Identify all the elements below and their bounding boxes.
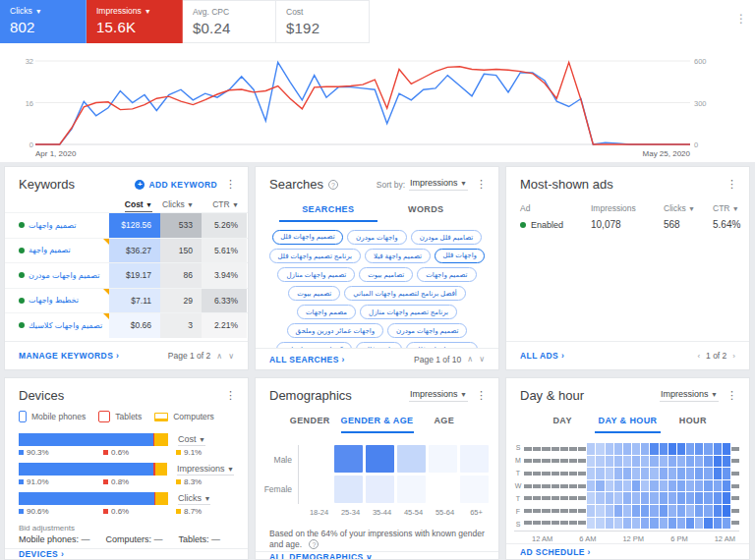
ads-sort-ctr[interactable]: CTR ▼ xyxy=(713,203,739,213)
keyword-clicks-cell[interactable]: 150 xyxy=(160,239,202,263)
hour-heat-cell[interactable] xyxy=(660,456,668,468)
keyword-cost-cell[interactable]: $19.17 xyxy=(109,263,160,288)
search-term-chip[interactable]: واجهات مودرن xyxy=(347,230,407,245)
hour-heat-cell[interactable] xyxy=(623,468,631,479)
keywords-sort-ctr[interactable]: CTR ▼ xyxy=(202,199,247,209)
search-term-chip[interactable]: تصميم واجهات منازل xyxy=(277,267,355,282)
hour-heat-cell[interactable] xyxy=(596,518,604,530)
hour-heat-cell[interactable] xyxy=(606,443,613,455)
keyword-ctr-cell[interactable]: 3.94% xyxy=(202,263,247,288)
hour-heat-cell[interactable] xyxy=(714,468,722,479)
demo-heat-cell[interactable] xyxy=(429,445,457,473)
help-icon[interactable]: ? xyxy=(328,180,338,190)
all-searches-link[interactable]: ALL SEARCHES › xyxy=(269,355,345,364)
demographics-sort-select[interactable]: Impressions ▼ xyxy=(409,389,468,402)
search-term-chip[interactable]: مصمم واجهات xyxy=(297,305,356,319)
hour-heat-cell[interactable] xyxy=(614,518,622,530)
keyword-cost-cell[interactable]: $0.66 xyxy=(109,313,160,338)
keyword-link[interactable]: تخطيط واجهات xyxy=(5,289,109,313)
hour-heat-cell[interactable] xyxy=(650,492,658,504)
device-stacked-bar[interactable] xyxy=(19,492,168,505)
hour-heat-cell[interactable] xyxy=(641,480,649,492)
hour-heat-cell[interactable] xyxy=(596,505,604,517)
search-term-chip[interactable]: تصميم واجهات مودرن xyxy=(387,323,467,338)
hour-heat-cell[interactable] xyxy=(686,443,694,455)
hour-heat-cell[interactable] xyxy=(695,468,703,479)
ads-page-prev-icon[interactable]: ‹ xyxy=(697,352,700,361)
hour-heat-cell[interactable] xyxy=(677,456,685,468)
hour-heat-cell[interactable] xyxy=(677,480,685,492)
hour-heat-cell[interactable] xyxy=(723,492,730,504)
hour-heat-cell[interactable] xyxy=(714,443,722,455)
hour-heat-cell[interactable] xyxy=(587,505,595,517)
hour-heat-cell[interactable] xyxy=(632,443,640,455)
demo-heat-cell[interactable] xyxy=(460,445,489,473)
search-term-chip[interactable]: تصاميم بيوت xyxy=(359,267,413,282)
impressions-metric-card[interactable]: Impressions▼ 15.6K xyxy=(87,0,183,43)
hour-heat-cell[interactable] xyxy=(596,443,604,455)
keyword-clicks-cell[interactable]: 29 xyxy=(160,289,202,313)
hour-heat-cell[interactable] xyxy=(641,505,649,517)
hour-heat-cell[interactable] xyxy=(650,505,658,517)
demo-heat-cell[interactable] xyxy=(334,445,363,473)
hour-heat-cell[interactable] xyxy=(714,480,722,492)
keyword-ctr-cell[interactable]: 5.26% xyxy=(202,213,247,238)
hour-heat-cell[interactable] xyxy=(660,505,668,517)
hour-heat-cell[interactable] xyxy=(606,480,613,492)
hour-heat-cell[interactable] xyxy=(614,492,622,504)
demo-heat-cell[interactable] xyxy=(460,476,489,503)
hour-heat-cell[interactable] xyxy=(614,456,622,468)
search-term-chip[interactable]: تصميم بيوت xyxy=(288,286,340,301)
keyword-link[interactable]: تصميم واجهات مودرن xyxy=(5,263,109,288)
keyword-clicks-cell[interactable]: 3 xyxy=(160,313,202,338)
hour-heat-cell[interactable] xyxy=(723,518,730,530)
all-demographics-link[interactable]: ALL DEMOGRAPHICS ∨ xyxy=(269,552,373,560)
hour-heat-cell[interactable] xyxy=(668,505,676,517)
help-icon[interactable]: ? xyxy=(309,539,319,549)
device-metric-select[interactable]: Clicks ▼ xyxy=(178,493,210,505)
hour-heat-cell[interactable] xyxy=(668,492,676,504)
hour-heat-cell[interactable] xyxy=(587,468,595,479)
hour-heat-cell[interactable] xyxy=(587,518,595,530)
tab-gender-age[interactable]: GENDER & AGE xyxy=(341,409,414,433)
hour-heat-cell[interactable] xyxy=(641,468,649,479)
hour-heat-cell[interactable] xyxy=(714,456,722,468)
hour-heat-cell[interactable] xyxy=(660,468,668,479)
hour-heat-cell[interactable] xyxy=(714,492,722,504)
hour-heat-cell[interactable] xyxy=(723,443,730,455)
keyword-link[interactable]: تصميم واجهة xyxy=(5,239,109,263)
search-term-chip[interactable]: تصاميم فلل مودرن xyxy=(411,230,483,245)
device-metric-select[interactable]: Impressions ▼ xyxy=(177,464,234,476)
searches-sort-select[interactable]: Impressions ▼ xyxy=(409,178,468,191)
all-ads-link[interactable]: ALL ADS › xyxy=(520,351,564,361)
hour-heat-cell[interactable] xyxy=(606,492,613,504)
hour-heat-cell[interactable] xyxy=(606,456,613,468)
hour-heat-cell[interactable] xyxy=(632,518,640,530)
hour-heat-cell[interactable] xyxy=(660,443,668,455)
keywords-overflow-menu-icon[interactable]: ⋮ xyxy=(217,178,236,191)
hour-heat-cell[interactable] xyxy=(596,492,604,504)
hour-heat-cell[interactable] xyxy=(668,468,676,479)
ads-page-next-icon[interactable]: › xyxy=(732,352,735,361)
device-stacked-bar[interactable] xyxy=(19,433,168,446)
hour-heat-cell[interactable] xyxy=(596,456,604,468)
demo-heat-cell[interactable] xyxy=(397,445,426,473)
hour-heat-cell[interactable] xyxy=(623,443,631,455)
hour-heat-cell[interactable] xyxy=(686,492,694,504)
day-hour-sort-select[interactable]: Impressions ▼ xyxy=(660,389,719,402)
hour-heat-cell[interactable] xyxy=(686,456,694,468)
hour-heat-cell[interactable] xyxy=(695,443,703,455)
add-keyword-button[interactable]: + ADD KEYWORD xyxy=(135,180,217,190)
hour-heat-cell[interactable] xyxy=(606,468,613,479)
hour-heat-cell[interactable] xyxy=(660,480,668,492)
hour-heat-cell[interactable] xyxy=(695,480,703,492)
ads-table-row[interactable]: Enabled 10,078 568 5.64% xyxy=(506,215,749,234)
keyword-clicks-cell[interactable]: 533 xyxy=(160,213,202,238)
cost-metric-card[interactable]: Cost $192 xyxy=(276,0,370,43)
hour-heat-cell[interactable] xyxy=(641,492,649,504)
search-term-chip[interactable]: برنامج تصميم واجهات فلل xyxy=(269,249,361,263)
hour-heat-cell[interactable] xyxy=(587,456,595,468)
hour-heat-cell[interactable] xyxy=(677,443,685,455)
hour-heat-cell[interactable] xyxy=(641,518,649,530)
hour-heat-cell[interactable] xyxy=(614,443,622,455)
